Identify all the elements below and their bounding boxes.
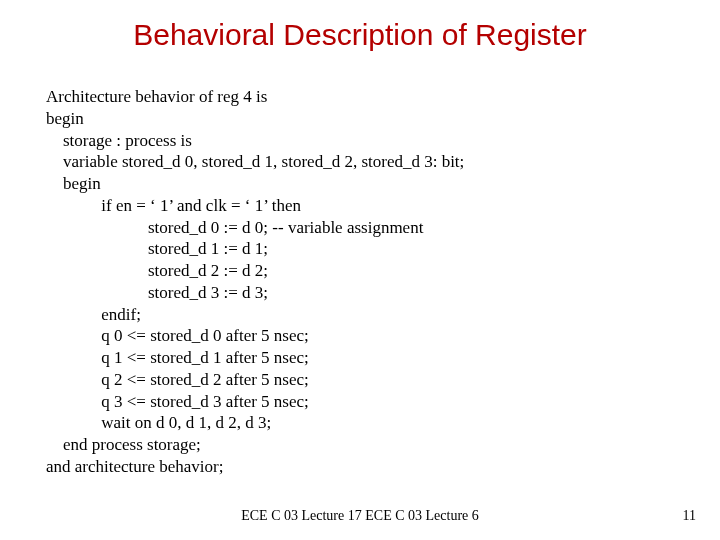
code-listing: Architecture behavior of reg 4 is begin … <box>46 86 686 478</box>
footer-center-text: ECE C 03 Lecture 17 ECE C 03 Lecture 6 <box>0 508 720 524</box>
slide: Behavioral Description of Register Archi… <box>0 0 720 540</box>
slide-title: Behavioral Description of Register <box>0 18 720 52</box>
page-number: 11 <box>683 508 696 524</box>
